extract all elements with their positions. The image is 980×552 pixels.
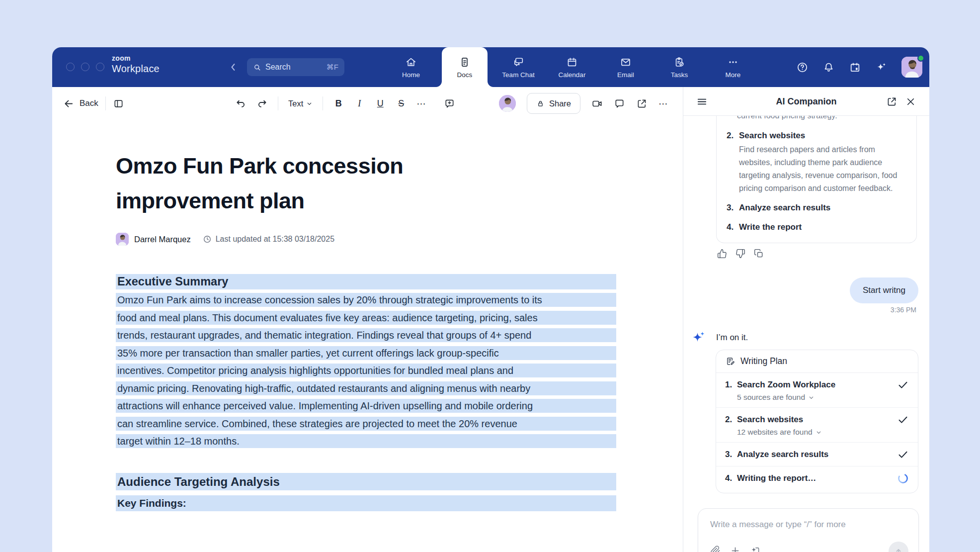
- close-icon[interactable]: [905, 96, 916, 107]
- share-button[interactable]: Share: [527, 93, 580, 114]
- thumbs-down-icon[interactable]: [735, 249, 745, 259]
- summary-line[interactable]: target within 12–18 months.: [116, 434, 616, 448]
- loading-spinner-icon: [897, 472, 909, 484]
- window-close-button[interactable]: [66, 63, 75, 71]
- collaborator-avatar[interactable]: [499, 95, 516, 112]
- user-avatar[interactable]: [901, 57, 922, 78]
- undo-icon[interactable]: [235, 98, 246, 109]
- chevron-down-icon: [816, 429, 822, 436]
- top-bar: zoom Workplace Search ⌘F Home: [52, 47, 929, 87]
- search-icon: [253, 63, 261, 72]
- ai-panel-header: AI Companion: [683, 87, 929, 116]
- global-search-input[interactable]: Search ⌘F: [247, 58, 344, 76]
- chat-icon[interactable]: [614, 98, 625, 109]
- back-button[interactable]: Back: [63, 98, 98, 109]
- plan-step[interactable]: 2. Search websites 12 websites are found: [716, 407, 918, 442]
- add-comment-icon[interactable]: [444, 98, 455, 109]
- key-findings-heading[interactable]: Key Findings:: [116, 495, 616, 511]
- attach-icon[interactable]: [710, 546, 721, 552]
- summary-line[interactable]: 35% more per transaction than smaller pa…: [116, 346, 616, 360]
- window-controls[interactable]: [66, 63, 104, 71]
- summary-line[interactable]: food and meal plans. This document evalu…: [116, 311, 616, 325]
- tab-team-chat-label: Team Chat: [502, 71, 534, 79]
- plan-preview-item: 3. Analyze search results: [727, 201, 906, 214]
- audience-heading[interactable]: Audience Targeting Analysis: [116, 473, 616, 490]
- pop-out-icon[interactable]: [886, 96, 898, 107]
- video-meeting-icon[interactable]: [591, 98, 603, 109]
- tab-team-chat[interactable]: Team Chat: [491, 47, 545, 87]
- prompt-library-icon[interactable]: [750, 546, 760, 552]
- plan-step[interactable]: 3. Analyze search results: [716, 442, 918, 466]
- author-name: Darrel Marquez: [134, 235, 191, 244]
- check-icon: [897, 449, 909, 460]
- summary-line[interactable]: Omzo Fun Park aims to increase concessio…: [116, 293, 616, 307]
- add-icon[interactable]: [730, 546, 740, 552]
- summary-line[interactable]: incentives. Competitor pricing analysis …: [116, 364, 616, 377]
- feedback-row: [717, 249, 764, 259]
- tab-docs[interactable]: Docs: [442, 47, 488, 87]
- summary-line[interactable]: attractions will enhance perceived value…: [116, 399, 616, 413]
- plan-step-title: Writing the report…: [737, 473, 897, 483]
- back-arrow-icon: [63, 98, 75, 109]
- tab-more[interactable]: More: [706, 47, 760, 87]
- toolbar-divider: [105, 96, 106, 110]
- plan-preview-item-title: Write the report: [739, 221, 906, 234]
- tab-home[interactable]: Home: [384, 47, 438, 87]
- tasks-icon: [673, 56, 685, 68]
- nav-back-icon[interactable]: [227, 61, 239, 73]
- sidebar-toggle-icon[interactable]: [113, 98, 124, 109]
- bold-button[interactable]: B: [333, 98, 344, 109]
- writing-plan-card: Writing Plan 1. Search Zoom Workplace 5 …: [716, 350, 918, 493]
- summary-line[interactable]: can streamline service. Combined, these …: [116, 417, 616, 431]
- assistant-status-text: I’m on it.: [716, 333, 748, 343]
- lock-icon: [536, 99, 545, 108]
- logo-line1: zoom: [112, 55, 160, 62]
- docs-icon: [459, 56, 471, 68]
- tab-calendar[interactable]: Calendar: [545, 47, 599, 87]
- tab-email[interactable]: Email: [599, 47, 653, 87]
- window-minimize-button[interactable]: [81, 63, 89, 71]
- text-style-dropdown[interactable]: Text: [288, 99, 313, 108]
- thumbs-up-icon[interactable]: [717, 249, 727, 259]
- tab-tasks-label: Tasks: [671, 71, 688, 79]
- app-window: zoom Workplace Search ⌘F Home: [52, 47, 929, 552]
- summary-line[interactable]: trends, restaurant upgrades, and themati…: [116, 328, 616, 342]
- check-icon: [897, 414, 909, 426]
- more-actions-button[interactable]: ⋯: [658, 98, 669, 109]
- team-chat-icon: [512, 56, 525, 68]
- window-zoom-button[interactable]: [96, 63, 104, 71]
- summary-line[interactable]: dynamic pricing. Renovating high-traffic…: [116, 381, 616, 395]
- back-label: Back: [80, 98, 98, 108]
- tab-tasks[interactable]: Tasks: [653, 47, 706, 87]
- plan-preview-card: current food pricing strategy. 2. Search…: [716, 116, 917, 243]
- presence-dot: [917, 55, 924, 62]
- plan-step-title: Analyze search results: [737, 450, 897, 460]
- strikethrough-button[interactable]: S: [396, 98, 407, 109]
- home-icon: [405, 56, 417, 68]
- plan-step[interactable]: 1. Search Zoom Workplace 5 sources are f…: [716, 373, 918, 407]
- toolbar-divider: [278, 96, 278, 110]
- notifications-icon[interactable]: [822, 61, 835, 74]
- plan-step-detail[interactable]: 12 websites are found: [737, 428, 909, 437]
- more-formatting-button[interactable]: ⋯: [416, 98, 427, 109]
- author-avatar: [116, 233, 129, 246]
- document-title[interactable]: Omzo Fun Park concession improvement pla…: [116, 149, 528, 218]
- ai-sparkle-icon[interactable]: [875, 61, 888, 74]
- chevron-down-icon: [306, 100, 313, 107]
- open-external-icon[interactable]: [636, 98, 648, 109]
- companion-message-input[interactable]: Write a message or type “/” for more: [698, 509, 918, 530]
- plan-preview-item: 2. Search websites Find research papers …: [727, 129, 906, 195]
- exec-summary-heading[interactable]: Executive Summary: [116, 274, 616, 289]
- plan-step-detail[interactable]: 5 sources are found: [737, 393, 909, 402]
- underline-button[interactable]: U: [375, 98, 386, 109]
- writing-plan-title: Writing Plan: [740, 356, 787, 367]
- plan-step: 4. Writing the report…: [716, 466, 918, 490]
- send-button[interactable]: [889, 542, 908, 552]
- italic-button[interactable]: I: [354, 98, 365, 109]
- help-icon[interactable]: [796, 61, 809, 74]
- copy-icon[interactable]: [754, 249, 764, 259]
- redo-icon[interactable]: [256, 98, 268, 109]
- calendar-date-icon[interactable]: [849, 61, 861, 74]
- document-canvas[interactable]: Omzo Fun Park concession improvement pla…: [52, 120, 683, 552]
- plan-preview-item-title: Analyze search results: [739, 201, 906, 214]
